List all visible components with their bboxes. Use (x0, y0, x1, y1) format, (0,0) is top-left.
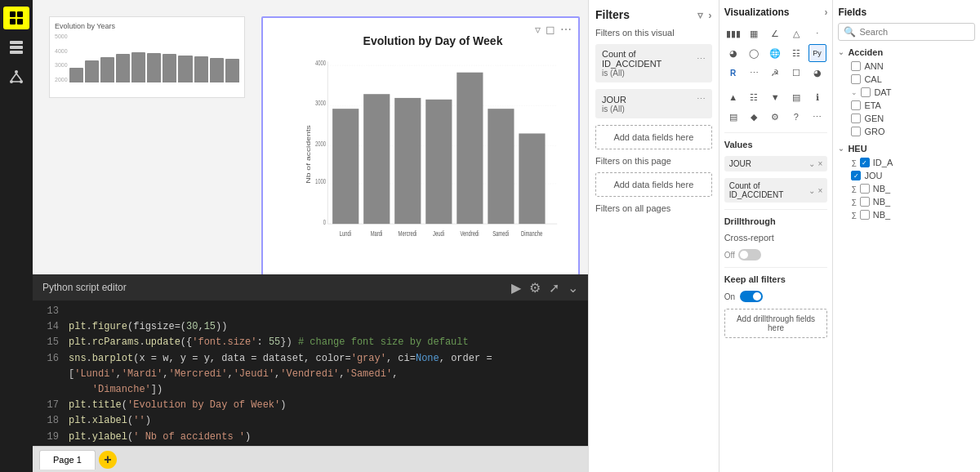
sidebar-data-icon[interactable] (3, 36, 29, 59)
filter-jour-more[interactable]: ⋯ (697, 94, 706, 105)
field-nb2-checkbox[interactable] (860, 197, 870, 207)
filter-item-jour: JOUR ⋯ is (All) (595, 89, 712, 118)
field-ann-checkbox[interactable] (851, 61, 861, 71)
heu-chevron: ⌄ (838, 145, 844, 153)
collapse-icon[interactable]: ⌄ (568, 280, 578, 296)
external-icon[interactable]: ➚ (549, 280, 559, 296)
fields-header: Fields (838, 7, 975, 18)
cross-report-row: Cross-report (724, 233, 828, 243)
count-chevron[interactable]: ⌄ (808, 186, 815, 195)
code-area: 13 14 plt.figure(figsize=(30,15)) 15 plt… (33, 301, 588, 446)
viz-bar-chart[interactable]: ▮▮▮ (724, 24, 742, 42)
field-group-heu-header[interactable]: ⌄ HEU (838, 142, 975, 155)
canvas-area: Evolution by Years 5000 4000 3000 2000 (33, 0, 588, 274)
viz-slicer[interactable]: ☭ (766, 64, 784, 82)
filter-count-more[interactable]: ⋯ (697, 54, 706, 65)
viz-table[interactable]: ☷ (787, 44, 805, 62)
run-icon[interactable]: ▶ (511, 280, 521, 296)
svg-line-10 (11, 73, 16, 80)
viz-card[interactable]: ☐ (787, 64, 805, 82)
small-bar-3 (100, 57, 114, 82)
filter-nav-icon[interactable]: › (708, 9, 711, 21)
field-group-acciden-header[interactable]: ⌄ Acciden (838, 46, 975, 59)
small-bar-5 (131, 52, 145, 82)
add-drillthrough[interactable]: Add drillthrough fields here (724, 309, 828, 338)
code-line-16b: 'Dimanche']) (42, 382, 578, 398)
filters-on-visual-label: Filters on this visual (595, 28, 712, 38)
viz-header: Visualizations › (724, 7, 828, 18)
viz-python[interactable]: Py (808, 44, 826, 62)
fields-title: Fields (838, 7, 866, 18)
viz-qna[interactable]: ? (787, 108, 805, 126)
viz-ribbon[interactable]: ℹ (808, 88, 826, 106)
small-chart-bars (69, 33, 239, 82)
cross-report-toggle[interactable]: Off (724, 249, 828, 260)
sidebar-report-icon[interactable] (3, 7, 29, 29)
svg-text:Nb of accidents: Nb of accidents (305, 124, 311, 183)
viz-kpi[interactable]: ▲ (724, 88, 742, 106)
field-nb3-label: NB_ (873, 210, 890, 220)
field-item-nb3: ∑ NB_ (838, 209, 975, 220)
add-page-button[interactable]: + (99, 451, 117, 469)
nb1-sigma: ∑ (851, 185, 856, 193)
field-gen-checkbox[interactable] (851, 114, 861, 123)
viz-stacked-bar[interactable]: ▦ (745, 24, 763, 42)
main-chart: ▿ ◻ ⋯ Evolution by Day of Week Nb of acc… (261, 16, 580, 274)
bar-dimanche (519, 133, 545, 224)
viz-r[interactable]: R (724, 64, 742, 82)
viz-funnel[interactable]: ▼ (766, 88, 784, 106)
viz-scatter[interactable]: ⋅ (808, 24, 826, 42)
field-nb3-checkbox[interactable] (860, 210, 870, 220)
viz-donut[interactable]: ◯ (745, 44, 763, 62)
viz-more1[interactable]: ⋯ (745, 64, 763, 82)
field-nb1-checkbox[interactable] (860, 184, 870, 194)
search-input[interactable] (859, 27, 969, 37)
svg-rect-4 (10, 41, 23, 44)
viz-area-chart[interactable]: △ (787, 24, 805, 42)
viz-map[interactable]: 🌐 (766, 44, 784, 62)
viz-line-chart[interactable]: ∠ (766, 24, 784, 42)
field-item-gro: GRO (838, 126, 975, 137)
viz-gauge[interactable]: ◕ (808, 64, 826, 82)
keep-filters-row: On (724, 291, 828, 302)
field-item-eta: ETA (838, 100, 975, 111)
filter-jour-value: is (All) (602, 105, 706, 114)
cross-report-track[interactable] (738, 249, 761, 260)
field-ida-checkbox[interactable]: ✓ (860, 158, 870, 167)
jour-remove[interactable]: × (818, 159, 823, 168)
viz-decomp[interactable]: ◆ (745, 108, 763, 126)
viz-waterfall[interactable]: ▤ (787, 88, 805, 106)
field-eta-checkbox[interactable] (851, 100, 861, 110)
main-content: Evolution by Years 5000 4000 3000 2000 (33, 0, 588, 472)
filter-icon[interactable]: ▿ (697, 9, 703, 21)
add-fields-page[interactable]: Add data fields here (595, 172, 712, 197)
bar-mardi (363, 94, 390, 224)
field-cal-checkbox[interactable] (851, 74, 861, 84)
cross-report-label: Cross-report (724, 233, 774, 243)
svg-text:3000: 3000 (315, 99, 326, 108)
viz-icons-grid-2: ▲ ☷ ▼ ▤ ℹ ▤ ◆ ⚙ ? ⋯ (724, 88, 828, 126)
count-remove[interactable]: × (818, 186, 823, 195)
viz-more2[interactable]: ⋯ (808, 108, 826, 126)
value-field-count: Count of ID_ACCIDENT ⌄ × (724, 178, 828, 203)
svg-rect-5 (10, 46, 23, 49)
viz-matrix[interactable]: ☷ (745, 88, 763, 106)
page-tabs: Page 1 + (33, 446, 588, 472)
jour-chevron[interactable]: ⌄ (808, 159, 815, 168)
keep-filters-track[interactable] (740, 291, 763, 302)
page-tab-1[interactable]: Page 1 (39, 450, 96, 470)
field-jou-checkbox[interactable]: ✓ (851, 171, 861, 180)
field-item-dat: ⌄ DAT (838, 87, 975, 98)
settings-icon[interactable]: ⚙ (529, 280, 541, 296)
field-dat-checkbox[interactable] (861, 87, 871, 97)
add-fields-visual[interactable]: Add data fields here (595, 125, 712, 149)
svg-text:0: 0 (323, 218, 327, 227)
viz-treemap[interactable]: ▤ (724, 108, 742, 126)
viz-nav-icon[interactable]: › (824, 7, 827, 18)
field-cal-label: CAL (864, 74, 881, 84)
sidebar-model-icon[interactable] (3, 65, 29, 88)
viz-pie[interactable]: ◕ (724, 44, 742, 62)
viz-ai[interactable]: ⚙ (766, 108, 784, 126)
field-gro-checkbox[interactable] (851, 127, 861, 136)
fields-search[interactable]: 🔍 (838, 23, 975, 41)
